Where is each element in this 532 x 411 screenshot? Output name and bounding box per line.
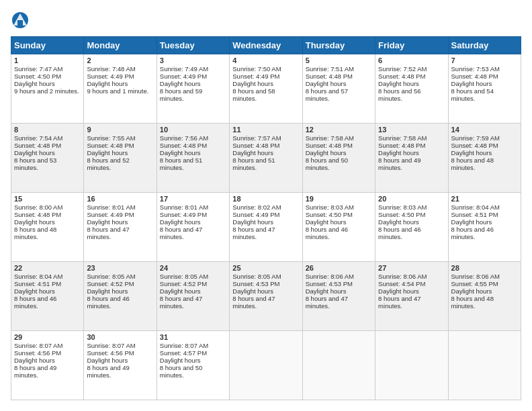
sunset-label: Sunset: 4:49 PM — [160, 211, 207, 218]
calendar-week-5: 29Sunrise: 8:07 AMSunset: 4:56 PMDayligh… — [11, 331, 521, 400]
daylight-label: Daylight hours — [451, 149, 492, 156]
calendar-day-11: 11Sunrise: 7:57 AMSunset: 4:48 PMDayligh… — [230, 124, 302, 193]
sunset-label: Sunset: 4:49 PM — [232, 73, 279, 80]
day-number: 22 — [14, 264, 81, 272]
sunset-label: Sunset: 4:48 PM — [232, 142, 279, 149]
calendar-week-2: 8Sunrise: 7:54 AMSunset: 4:48 PMDaylight… — [11, 124, 521, 193]
sunset-label: Sunset: 4:49 PM — [87, 211, 134, 218]
daylight-label: Daylight hours — [451, 287, 492, 295]
daylight-value: 8 hours and 47 minutes. — [232, 226, 275, 240]
daylight-label: Daylight hours — [451, 218, 492, 226]
sunrise-label: Sunrise: 8:07 AM — [87, 342, 135, 349]
daylight-value: 8 hours and 47 minutes. — [160, 295, 202, 310]
day-number: 29 — [14, 333, 81, 341]
day-number: 21 — [451, 195, 518, 203]
daylight-label: Daylight hours — [378, 149, 419, 156]
daylight-label: Daylight hours — [160, 80, 201, 87]
sunrise-label: Sunrise: 8:06 AM — [306, 273, 354, 280]
daylight-value: 8 hours and 51 minutes. — [232, 156, 275, 171]
day-number: 26 — [306, 264, 372, 272]
daylight-value: 8 hours and 59 minutes. — [160, 87, 202, 102]
daylight-value: 9 hours and 2 minutes. — [14, 87, 79, 95]
sunrise-label: Sunrise: 8:04 AM — [451, 203, 500, 211]
sunrise-label: Sunrise: 8:00 AM — [14, 203, 62, 211]
daylight-value: 8 hours and 49 minutes. — [378, 156, 420, 171]
daylight-label: Daylight hours — [232, 149, 273, 156]
calendar-day-10: 10Sunrise: 7:56 AMSunset: 4:48 PMDayligh… — [157, 124, 229, 193]
day-number: 13 — [378, 126, 445, 134]
calendar-day-25: 25Sunrise: 8:05 AMSunset: 4:53 PMDayligh… — [230, 262, 302, 331]
daylight-label: Daylight hours — [87, 149, 128, 156]
daylight-label: Daylight hours — [451, 80, 492, 87]
day-number: 18 — [232, 195, 299, 203]
daylight-label: Daylight hours — [87, 357, 128, 364]
daylight-label: Daylight hours — [378, 287, 419, 295]
sunrise-label: Sunrise: 8:05 AM — [160, 273, 208, 280]
daylight-label: Daylight hours — [160, 357, 201, 364]
daylight-value: 8 hours and 47 minutes. — [306, 295, 348, 310]
day-number: 19 — [306, 195, 372, 203]
sunset-label: Sunset: 4:49 PM — [87, 73, 134, 80]
calendar-empty-cell — [230, 331, 302, 400]
calendar-day-16: 16Sunrise: 8:01 AMSunset: 4:49 PMDayligh… — [84, 193, 157, 262]
daylight-value: 8 hours and 48 minutes. — [451, 295, 494, 310]
calendar-day-15: 15Sunrise: 8:00 AMSunset: 4:48 PMDayligh… — [11, 193, 84, 262]
calendar-day-22: 22Sunrise: 8:04 AMSunset: 4:51 PMDayligh… — [11, 262, 84, 331]
day-number: 7 — [451, 56, 518, 64]
calendar-day-9: 9Sunrise: 7:55 AMSunset: 4:48 PMDaylight… — [84, 124, 157, 193]
sunrise-label: Sunrise: 7:51 AM — [306, 65, 354, 73]
sunrise-label: Sunrise: 8:07 AM — [160, 342, 208, 349]
logo — [11, 11, 32, 30]
sunrise-label: Sunrise: 8:05 AM — [87, 273, 135, 280]
calendar-day-24: 24Sunrise: 8:05 AMSunset: 4:52 PMDayligh… — [157, 262, 229, 331]
sunrise-label: Sunrise: 7:52 AM — [378, 65, 427, 73]
sunset-label: Sunset: 4:48 PM — [160, 142, 207, 149]
daylight-value: 9 hours and 1 minute. — [87, 87, 148, 95]
sunrise-label: Sunrise: 8:07 AM — [14, 342, 62, 349]
daylight-label: Daylight hours — [14, 149, 55, 156]
daylight-value: 8 hours and 58 minutes. — [232, 87, 275, 102]
daylight-value: 8 hours and 46 minutes. — [306, 226, 348, 240]
sunrise-label: Sunrise: 7:49 AM — [160, 65, 208, 73]
calendar-day-31: 31Sunrise: 8:07 AMSunset: 4:57 PMDayligh… — [157, 331, 229, 400]
daylight-label: Daylight hours — [232, 80, 273, 87]
sunset-label: Sunset: 4:49 PM — [232, 211, 279, 218]
sunset-label: Sunset: 4:52 PM — [87, 280, 134, 287]
daylight-label: Daylight hours — [87, 218, 128, 226]
sunrise-label: Sunrise: 8:01 AM — [160, 203, 208, 211]
sunrise-label: Sunrise: 7:48 AM — [87, 65, 135, 73]
sunrise-label: Sunrise: 8:06 AM — [378, 273, 427, 280]
day-number: 15 — [14, 195, 81, 203]
daylight-value: 8 hours and 46 minutes. — [14, 295, 56, 310]
calendar-day-26: 26Sunrise: 8:06 AMSunset: 4:53 PMDayligh… — [302, 262, 375, 331]
daylight-label: Daylight hours — [306, 218, 347, 226]
calendar-empty-cell — [448, 331, 521, 400]
sunrise-label: Sunrise: 8:04 AM — [14, 273, 62, 280]
sunrise-label: Sunrise: 7:59 AM — [451, 134, 500, 142]
sunset-label: Sunset: 4:48 PM — [306, 73, 353, 80]
sunset-label: Sunset: 4:48 PM — [378, 73, 425, 80]
daylight-label: Daylight hours — [14, 218, 55, 226]
calendar-day-1: 1Sunrise: 7:47 AMSunset: 4:50 PMDaylight… — [11, 54, 84, 124]
calendar-week-4: 22Sunrise: 8:04 AMSunset: 4:51 PMDayligh… — [11, 262, 521, 331]
calendar-day-30: 30Sunrise: 8:07 AMSunset: 4:56 PMDayligh… — [84, 331, 157, 400]
daylight-label: Daylight hours — [160, 218, 201, 226]
calendar-header-wednesday: Wednesday — [230, 37, 302, 54]
sunrise-label: Sunrise: 8:06 AM — [451, 273, 500, 280]
day-number: 16 — [87, 195, 153, 203]
calendar-day-3: 3Sunrise: 7:49 AMSunset: 4:49 PMDaylight… — [157, 54, 229, 124]
day-number: 4 — [232, 56, 299, 64]
daylight-value: 8 hours and 46 minutes. — [87, 295, 129, 310]
daylight-label: Daylight hours — [232, 218, 273, 226]
calendar-day-7: 7Sunrise: 7:53 AMSunset: 4:48 PMDaylight… — [448, 54, 521, 124]
sunset-label: Sunset: 4:57 PM — [160, 349, 207, 357]
daylight-value: 8 hours and 47 minutes. — [378, 295, 420, 310]
daylight-value: 8 hours and 49 minutes. — [14, 364, 56, 379]
header — [11, 11, 521, 30]
day-number: 2 — [87, 56, 153, 64]
sunrise-label: Sunrise: 8:05 AM — [232, 273, 281, 280]
daylight-label: Daylight hours — [306, 80, 347, 87]
calendar-header-friday: Friday — [375, 37, 448, 54]
sunset-label: Sunset: 4:48 PM — [14, 211, 61, 218]
sunset-label: Sunset: 4:53 PM — [306, 280, 353, 287]
